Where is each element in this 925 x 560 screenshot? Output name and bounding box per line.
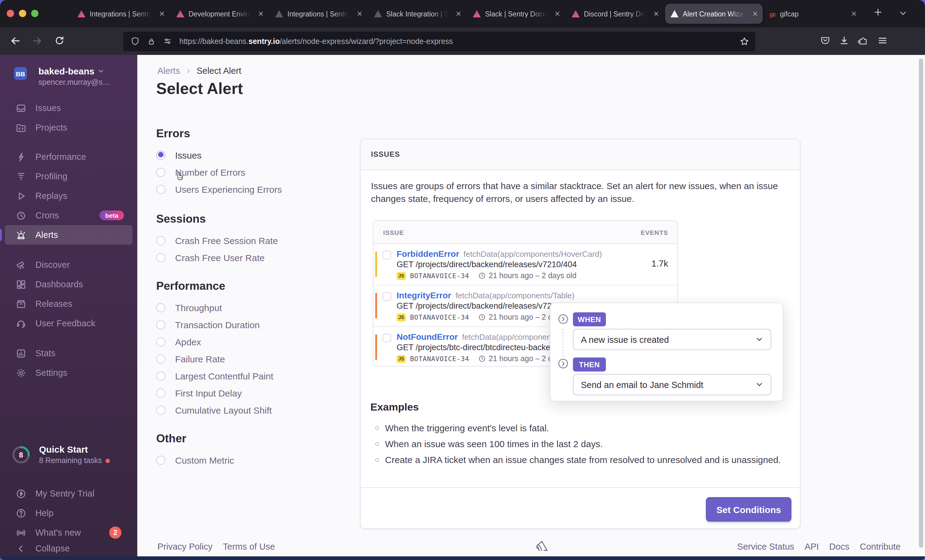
url-bar[interactable]: https://baked-beans.sentry.io/alerts/nod… xyxy=(123,32,755,51)
sentry-favicon xyxy=(77,10,86,17)
close-icon[interactable] xyxy=(356,11,363,17)
close-icon[interactable] xyxy=(258,11,264,17)
breadcrumb-alerts-link[interactable]: Alerts xyxy=(157,66,180,76)
tab-integrations-1[interactable]: Integrations | Sentry xyxy=(72,4,170,24)
sidebar-item-discover[interactable]: Discover xyxy=(0,255,137,274)
close-icon[interactable] xyxy=(653,11,660,17)
pocket-icon[interactable] xyxy=(820,35,830,46)
lock-icon[interactable] xyxy=(147,37,155,45)
radio-icon[interactable] xyxy=(156,167,165,177)
sidebar-item-help[interactable]: Help xyxy=(0,503,137,523)
zoom-window-button[interactable] xyxy=(31,10,38,17)
radio-option-custom-metric[interactable]: Custom Metric xyxy=(156,452,357,468)
issue-link[interactable]: NotFoundError xyxy=(396,332,458,342)
close-icon[interactable] xyxy=(455,11,462,17)
sidebar-item-crons[interactable]: Crons beta xyxy=(0,206,137,225)
tab-slack-integration[interactable]: Slack Integration | S xyxy=(369,4,466,24)
sidebar-item-alerts-active[interactable]: Alerts xyxy=(5,225,133,245)
radio-option-users-experiencing-errors[interactable]: Users Experiencing Errors xyxy=(156,181,357,198)
radio-icon[interactable] xyxy=(156,388,165,397)
sidebar-item-issues[interactable]: Issues xyxy=(0,98,137,118)
radio-option-throughput[interactable]: Throughput xyxy=(156,299,357,316)
quick-start-panel[interactable]: 8 Quick Start 8 Remaining tasks xyxy=(0,443,137,473)
radio-selected-icon[interactable] xyxy=(156,151,165,160)
forward-icon[interactable] xyxy=(32,35,43,47)
docs-link[interactable]: Docs xyxy=(829,542,849,551)
issue-link[interactable]: ForbiddenError xyxy=(396,249,459,259)
reload-icon[interactable] xyxy=(54,35,65,46)
quick-start-title: Quick Start xyxy=(39,444,88,455)
radio-icon[interactable] xyxy=(156,405,165,414)
sidebar-item-dashboards[interactable]: Dashboards xyxy=(0,274,137,294)
bookmark-star-icon[interactable] xyxy=(740,36,749,46)
sidebar-item-performance[interactable]: Performance xyxy=(0,147,137,167)
menu-hamburger-icon[interactable] xyxy=(877,35,888,46)
sidebar-item-user-feedback[interactable]: User Feedback xyxy=(0,313,137,333)
terms-of-use-link[interactable]: Terms of Use xyxy=(223,542,275,551)
radio-option-cumulative-layout-shift[interactable]: Cumulative Layout Shift xyxy=(156,401,357,418)
tab-discord-docs[interactable]: Discord | Sentry Do xyxy=(566,4,664,24)
main-content: Alerts Select Alert Select Alert Errors … xyxy=(137,55,925,557)
radio-option-apdex[interactable]: Apdex xyxy=(156,333,357,350)
close-window-button[interactable] xyxy=(7,10,14,17)
close-icon[interactable] xyxy=(159,11,165,17)
tab-development-environment[interactable]: Development Enviro xyxy=(171,4,268,24)
downloads-icon[interactable] xyxy=(839,35,849,46)
close-icon[interactable] xyxy=(851,11,857,17)
sidebar-item-projects[interactable]: Projects xyxy=(0,118,137,137)
new-tab-button[interactable] xyxy=(873,8,883,17)
radio-option-transaction-duration[interactable]: Transaction Duration xyxy=(156,316,357,333)
radio-option-number-of-errors[interactable]: Number of Errors xyxy=(156,164,357,181)
tab-alert-creation-wizard-active[interactable]: Alert Creation Wizar xyxy=(665,4,763,24)
permissions-icon[interactable] xyxy=(163,37,172,46)
radio-option-largest-contentful-paint[interactable]: Largest Contentful Paint xyxy=(156,367,357,384)
sidebar-item-settings[interactable]: Settings xyxy=(0,363,137,382)
chevron-down-icon xyxy=(755,381,763,388)
when-condition-select[interactable]: A new issue is created xyxy=(573,329,771,350)
then-action-select[interactable]: Send an email to Jane Schmidt xyxy=(573,374,771,395)
row-checkbox[interactable] xyxy=(383,251,391,259)
api-link[interactable]: API xyxy=(804,542,819,551)
close-icon[interactable] xyxy=(554,11,561,17)
table-header: ISSUE EVENTS xyxy=(374,221,677,244)
radio-option-issues[interactable]: Issues xyxy=(156,146,357,164)
radio-option-first-input-delay[interactable]: First Input Delay xyxy=(156,384,357,401)
sidebar-item-replays[interactable]: Replays xyxy=(0,186,137,206)
sidebar-item-profiling[interactable]: Profiling xyxy=(0,167,137,186)
radio-icon[interactable] xyxy=(156,354,165,363)
tab-integrations-2[interactable]: Integrations | Sentry xyxy=(270,4,367,24)
tab-slack-docs[interactable]: Slack | Sentry Docu xyxy=(467,4,565,24)
radio-option-crash-free-user-rate[interactable]: Crash Free User Rate xyxy=(156,249,357,266)
radio-icon[interactable] xyxy=(156,253,165,262)
row-checkbox[interactable] xyxy=(383,334,391,342)
issue-link[interactable]: IntegrityError xyxy=(396,291,451,300)
row-checkbox[interactable] xyxy=(383,292,391,301)
tracking-protection-shield-icon[interactable] xyxy=(131,37,140,46)
radio-option-failure-rate[interactable]: Failure Rate xyxy=(156,350,357,367)
close-icon[interactable] xyxy=(752,11,758,17)
radio-icon[interactable] xyxy=(156,320,165,329)
radio-icon[interactable] xyxy=(156,303,165,312)
page-scrollbar[interactable] xyxy=(919,59,923,548)
service-status-link[interactable]: Service Status xyxy=(737,542,794,551)
org-switcher[interactable]: BB baked-beans spencer.murray@s… xyxy=(0,66,137,93)
sidebar-item-my-sentry-trial[interactable]: My Sentry Trial xyxy=(0,484,137,503)
radio-icon[interactable] xyxy=(156,337,165,346)
extensions-puzzle-icon[interactable] xyxy=(858,35,868,46)
back-icon[interactable] xyxy=(10,35,21,47)
radio-icon[interactable] xyxy=(156,236,165,245)
sidebar-collapse-button[interactable]: Collapse xyxy=(0,539,137,558)
sidebar-item-releases[interactable]: Releases xyxy=(0,294,137,313)
privacy-policy-link[interactable]: Privacy Policy xyxy=(157,542,212,551)
tab-list-chevron-icon[interactable] xyxy=(899,9,907,18)
minimize-window-button[interactable] xyxy=(19,10,26,17)
replays-play-icon xyxy=(15,191,26,201)
tab-gifcap[interactable]: gc gifcap xyxy=(764,4,862,24)
radio-icon[interactable] xyxy=(156,371,165,380)
radio-icon[interactable] xyxy=(156,455,165,465)
contribute-link[interactable]: Contribute xyxy=(860,542,901,551)
set-conditions-button[interactable]: Set Conditions xyxy=(706,497,791,522)
radio-icon[interactable] xyxy=(156,185,165,194)
radio-option-crash-free-session-rate[interactable]: Crash Free Session Rate xyxy=(156,232,357,249)
sidebar-item-stats[interactable]: Stats xyxy=(0,343,137,363)
